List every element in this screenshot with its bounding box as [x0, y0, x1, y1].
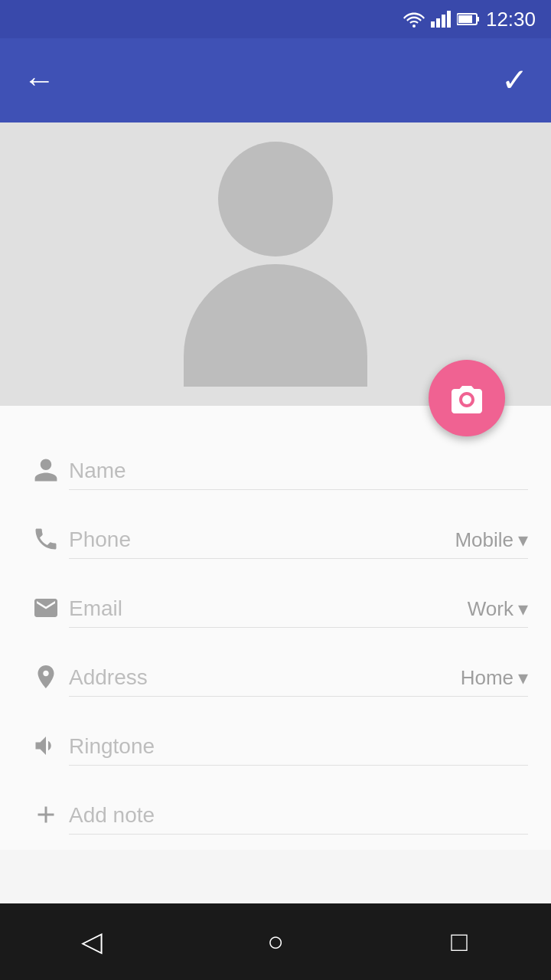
- ringtone-input[interactable]: [69, 734, 528, 759]
- email-icon-container: [23, 594, 69, 628]
- ringtone-input-group: [69, 734, 528, 766]
- phone-icon-container: [23, 525, 69, 559]
- wifi-icon: [403, 11, 425, 28]
- name-input-group: [69, 459, 528, 490]
- address-type-label: Home: [461, 666, 514, 690]
- app-bar: ← ✓: [0, 38, 551, 122]
- note-input[interactable]: [69, 803, 528, 828]
- nav-back-button[interactable]: ◁: [61, 911, 122, 972]
- svg-rect-4: [447, 11, 451, 28]
- ringtone-row: [0, 697, 551, 766]
- svg-rect-6: [458, 15, 472, 23]
- email-input-group: Work ▾: [69, 596, 528, 628]
- phone-input-group: Mobile ▾: [69, 528, 528, 559]
- avatar-placeholder: [184, 142, 367, 387]
- email-row: Work ▾: [0, 559, 551, 628]
- nav-recent-button[interactable]: □: [429, 911, 490, 972]
- phone-icon: [32, 525, 60, 553]
- email-icon: [32, 594, 60, 622]
- back-button[interactable]: ←: [23, 64, 55, 96]
- status-time: 12:30: [486, 8, 536, 31]
- address-dropdown-arrow: ▾: [518, 666, 528, 690]
- note-input-group: [69, 803, 528, 835]
- email-type-label: Work: [468, 597, 514, 621]
- address-row: Home ▾: [0, 628, 551, 697]
- svg-rect-1: [431, 21, 435, 28]
- person-icon: [32, 456, 60, 484]
- email-type-dropdown[interactable]: Work ▾: [452, 597, 528, 621]
- camera-fab-button[interactable]: [429, 360, 505, 436]
- address-input[interactable]: [69, 665, 445, 690]
- avatar-area: [0, 122, 551, 406]
- svg-point-8: [462, 395, 471, 404]
- location-icon: [32, 663, 60, 691]
- location-icon-container: [23, 663, 69, 697]
- avatar-head: [218, 142, 333, 256]
- svg-point-0: [412, 24, 416, 28]
- email-dropdown-arrow: ▾: [518, 597, 528, 621]
- nav-home-button[interactable]: ○: [245, 911, 306, 972]
- svg-rect-2: [436, 18, 440, 28]
- status-bar: 12:30: [0, 0, 551, 38]
- note-row: [0, 766, 551, 835]
- person-icon-container: [23, 456, 69, 490]
- phone-input[interactable]: [69, 528, 439, 552]
- add-icon-container: [23, 801, 69, 835]
- add-icon: [32, 801, 60, 828]
- svg-rect-3: [442, 15, 445, 28]
- phone-type-dropdown[interactable]: Mobile ▾: [439, 528, 528, 552]
- nav-bar: ◁ ○ □: [0, 903, 551, 980]
- form-area: Mobile ▾ Work ▾ Home: [0, 406, 551, 850]
- phone-row: Mobile ▾: [0, 490, 551, 559]
- phone-dropdown-arrow: ▾: [518, 528, 528, 552]
- volume-icon: [32, 732, 60, 760]
- confirm-button[interactable]: ✓: [501, 64, 528, 96]
- status-icons: 12:30: [403, 8, 536, 31]
- name-input[interactable]: [69, 459, 528, 483]
- signal-icon: [431, 11, 451, 28]
- address-input-group: Home ▾: [69, 665, 528, 697]
- avatar-body: [184, 264, 367, 387]
- phone-type-label: Mobile: [455, 528, 514, 552]
- volume-icon-container: [23, 732, 69, 766]
- address-type-dropdown[interactable]: Home ▾: [445, 666, 528, 690]
- email-input[interactable]: [69, 596, 452, 621]
- svg-rect-7: [477, 17, 479, 21]
- battery-icon: [457, 12, 480, 26]
- camera-icon: [448, 380, 485, 416]
